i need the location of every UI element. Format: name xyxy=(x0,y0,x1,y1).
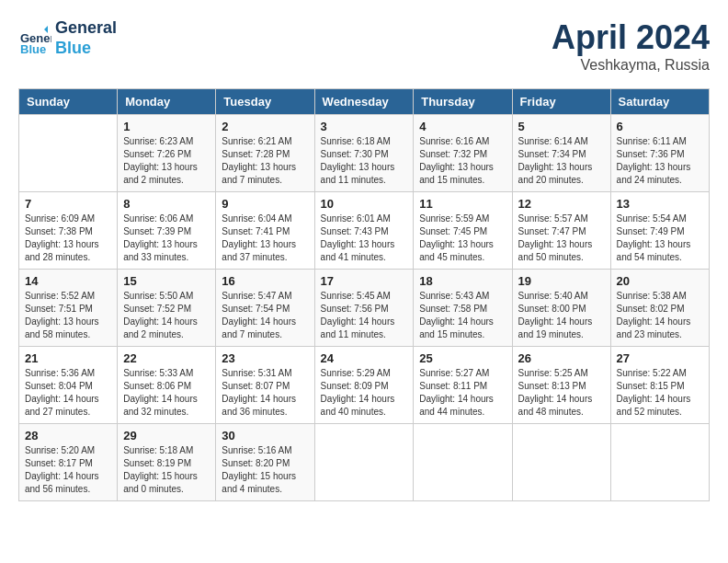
day-info: Sunrise: 6:16 AM Sunset: 7:32 PM Dayligh… xyxy=(419,135,506,187)
day-info: Sunrise: 5:38 AM Sunset: 8:02 PM Dayligh… xyxy=(617,290,703,341)
calendar-cell: 5Sunrise: 6:14 AM Sunset: 7:34 PM Daylig… xyxy=(512,115,610,192)
logo: General Blue General Blue xyxy=(18,18,117,58)
svg-text:Blue: Blue xyxy=(20,42,46,55)
day-number: 18 xyxy=(419,274,506,288)
calendar-cell: 22Sunrise: 5:33 AM Sunset: 8:06 PM Dayli… xyxy=(118,347,216,424)
day-number: 30 xyxy=(222,429,308,442)
calendar-cell: 14Sunrise: 5:52 AM Sunset: 7:51 PM Dayli… xyxy=(19,270,118,347)
day-number: 10 xyxy=(321,197,408,211)
calendar-week-row: 14Sunrise: 5:52 AM Sunset: 7:51 PM Dayli… xyxy=(19,270,710,347)
calendar-cell xyxy=(19,115,118,192)
day-info: Sunrise: 5:27 AM Sunset: 8:11 PM Dayligh… xyxy=(419,367,506,419)
title-block: April 2024 Veshkayma, Russia xyxy=(552,18,710,74)
calendar-body: 1Sunrise: 6:23 AM Sunset: 7:26 PM Daylig… xyxy=(19,115,710,501)
day-number: 6 xyxy=(617,120,703,133)
calendar-cell: 20Sunrise: 5:38 AM Sunset: 8:02 PM Dayli… xyxy=(610,270,709,347)
calendar-week-row: 1Sunrise: 6:23 AM Sunset: 7:26 PM Daylig… xyxy=(19,115,710,192)
day-info: Sunrise: 5:16 AM Sunset: 8:20 PM Dayligh… xyxy=(222,444,308,496)
day-info: Sunrise: 5:47 AM Sunset: 7:54 PM Dayligh… xyxy=(222,290,308,341)
day-number: 26 xyxy=(518,351,605,365)
day-number: 2 xyxy=(222,120,308,133)
day-info: Sunrise: 6:01 AM Sunset: 7:43 PM Dayligh… xyxy=(321,213,408,264)
calendar-cell: 6Sunrise: 6:11 AM Sunset: 7:36 PM Daylig… xyxy=(610,115,709,192)
calendar-cell: 17Sunrise: 5:45 AM Sunset: 7:56 PM Dayli… xyxy=(314,270,414,347)
calendar-cell: 26Sunrise: 5:25 AM Sunset: 8:13 PM Dayli… xyxy=(512,347,610,424)
logo-blue: Blue xyxy=(55,39,117,59)
day-info: Sunrise: 5:20 AM Sunset: 8:17 PM Dayligh… xyxy=(25,444,111,496)
calendar-cell: 12Sunrise: 5:57 AM Sunset: 7:47 PM Dayli… xyxy=(512,192,610,270)
calendar-cell: 1Sunrise: 6:23 AM Sunset: 7:26 PM Daylig… xyxy=(118,115,216,192)
calendar-cell: 7Sunrise: 6:09 AM Sunset: 7:38 PM Daylig… xyxy=(19,192,118,270)
day-number: 19 xyxy=(518,274,605,288)
day-info: Sunrise: 5:54 AM Sunset: 7:49 PM Dayligh… xyxy=(617,213,703,264)
calendar-cell: 30Sunrise: 5:16 AM Sunset: 8:20 PM Dayli… xyxy=(216,424,314,501)
calendar-cell: 16Sunrise: 5:47 AM Sunset: 7:54 PM Dayli… xyxy=(216,270,314,347)
day-number: 3 xyxy=(321,120,408,133)
calendar-week-row: 21Sunrise: 5:36 AM Sunset: 8:04 PM Dayli… xyxy=(19,347,710,424)
day-info: Sunrise: 5:40 AM Sunset: 8:00 PM Dayligh… xyxy=(518,290,605,341)
calendar-cell: 24Sunrise: 5:29 AM Sunset: 8:09 PM Dayli… xyxy=(314,347,414,424)
day-number: 5 xyxy=(518,120,605,133)
weekday-header: Monday xyxy=(118,89,216,115)
weekday-header: Thursday xyxy=(414,89,512,115)
calendar-cell: 18Sunrise: 5:43 AM Sunset: 7:58 PM Dayli… xyxy=(414,270,512,347)
day-number: 14 xyxy=(25,274,111,288)
day-info: Sunrise: 5:52 AM Sunset: 7:51 PM Dayligh… xyxy=(25,290,111,341)
calendar-cell: 15Sunrise: 5:50 AM Sunset: 7:52 PM Dayli… xyxy=(118,270,216,347)
logo-general: General xyxy=(55,18,117,39)
calendar-cell: 8Sunrise: 6:06 AM Sunset: 7:39 PM Daylig… xyxy=(118,192,216,270)
month-title: April 2024 xyxy=(552,18,710,57)
day-info: Sunrise: 5:18 AM Sunset: 8:19 PM Dayligh… xyxy=(123,444,210,496)
calendar-cell: 4Sunrise: 6:16 AM Sunset: 7:32 PM Daylig… xyxy=(414,115,512,192)
page-header: General Blue General Blue April 2024 Ves… xyxy=(18,18,710,74)
calendar-cell xyxy=(512,424,610,501)
calendar-cell: 23Sunrise: 5:31 AM Sunset: 8:07 PM Dayli… xyxy=(216,347,314,424)
calendar-cell: 29Sunrise: 5:18 AM Sunset: 8:19 PM Dayli… xyxy=(118,424,216,501)
weekday-header: Sunday xyxy=(19,89,118,115)
day-info: Sunrise: 5:31 AM Sunset: 8:07 PM Dayligh… xyxy=(222,367,308,419)
calendar-cell: 21Sunrise: 5:36 AM Sunset: 8:04 PM Dayli… xyxy=(19,347,118,424)
day-info: Sunrise: 6:23 AM Sunset: 7:26 PM Dayligh… xyxy=(123,135,210,187)
day-info: Sunrise: 5:22 AM Sunset: 8:15 PM Dayligh… xyxy=(617,367,703,419)
calendar-cell: 11Sunrise: 5:59 AM Sunset: 7:45 PM Dayli… xyxy=(414,192,512,270)
calendar-week-row: 7Sunrise: 6:09 AM Sunset: 7:38 PM Daylig… xyxy=(19,192,710,270)
day-number: 25 xyxy=(419,351,506,365)
calendar-cell: 27Sunrise: 5:22 AM Sunset: 8:15 PM Dayli… xyxy=(610,347,709,424)
location-title: Veshkayma, Russia xyxy=(552,57,710,74)
weekday-header: Tuesday xyxy=(216,89,314,115)
weekday-header: Saturday xyxy=(610,89,709,115)
day-number: 22 xyxy=(123,351,210,365)
day-info: Sunrise: 5:57 AM Sunset: 7:47 PM Dayligh… xyxy=(518,213,605,264)
logo-icon: General Blue xyxy=(18,22,51,55)
day-info: Sunrise: 6:04 AM Sunset: 7:41 PM Dayligh… xyxy=(222,213,308,264)
day-number: 4 xyxy=(419,120,506,133)
calendar-cell xyxy=(314,424,414,501)
calendar-cell: 10Sunrise: 6:01 AM Sunset: 7:43 PM Dayli… xyxy=(314,192,414,270)
calendar-week-row: 28Sunrise: 5:20 AM Sunset: 8:17 PM Dayli… xyxy=(19,424,710,501)
day-info: Sunrise: 5:45 AM Sunset: 7:56 PM Dayligh… xyxy=(321,290,408,341)
day-number: 11 xyxy=(419,197,506,211)
calendar-cell: 25Sunrise: 5:27 AM Sunset: 8:11 PM Dayli… xyxy=(414,347,512,424)
day-number: 21 xyxy=(25,351,111,365)
day-number: 1 xyxy=(123,120,210,133)
calendar-cell: 2Sunrise: 6:21 AM Sunset: 7:28 PM Daylig… xyxy=(216,115,314,192)
calendar-cell: 19Sunrise: 5:40 AM Sunset: 8:00 PM Dayli… xyxy=(512,270,610,347)
day-number: 9 xyxy=(222,197,308,211)
day-info: Sunrise: 5:50 AM Sunset: 7:52 PM Dayligh… xyxy=(123,290,210,341)
day-number: 15 xyxy=(123,274,210,288)
day-number: 13 xyxy=(617,197,703,211)
day-number: 7 xyxy=(25,197,111,211)
day-number: 8 xyxy=(123,197,210,211)
day-info: Sunrise: 5:43 AM Sunset: 7:58 PM Dayligh… xyxy=(419,290,506,341)
day-number: 24 xyxy=(321,351,408,365)
calendar-header: SundayMondayTuesdayWednesdayThursdayFrid… xyxy=(19,89,710,115)
day-number: 28 xyxy=(25,429,111,442)
day-info: Sunrise: 6:06 AM Sunset: 7:39 PM Dayligh… xyxy=(123,213,210,264)
day-number: 17 xyxy=(321,274,408,288)
day-info: Sunrise: 6:11 AM Sunset: 7:36 PM Dayligh… xyxy=(617,135,703,187)
calendar-cell: 9Sunrise: 6:04 AM Sunset: 7:41 PM Daylig… xyxy=(216,192,314,270)
day-number: 20 xyxy=(617,274,703,288)
day-info: Sunrise: 5:36 AM Sunset: 8:04 PM Dayligh… xyxy=(25,367,111,419)
day-info: Sunrise: 5:25 AM Sunset: 8:13 PM Dayligh… xyxy=(518,367,605,419)
day-info: Sunrise: 5:29 AM Sunset: 8:09 PM Dayligh… xyxy=(321,367,408,419)
